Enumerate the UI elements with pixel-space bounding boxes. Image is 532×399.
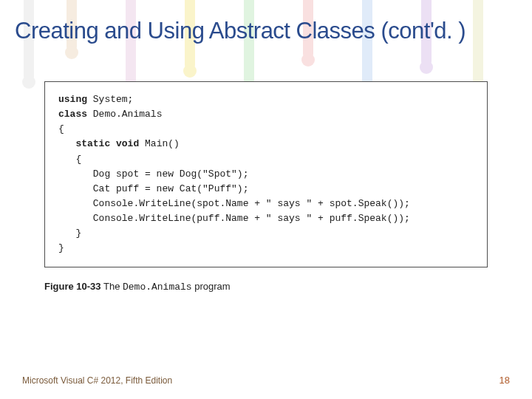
caption-program-name: Demo.Animals bbox=[123, 282, 192, 293]
code-text: { bbox=[58, 123, 64, 134]
keyword-static-void: static void bbox=[75, 138, 139, 149]
code-text: { bbox=[58, 154, 81, 165]
code-text: Console.WriteLine(puff.Name + " says " +… bbox=[58, 213, 410, 224]
code-text: Dog spot = new Dog("Spot"); bbox=[58, 168, 248, 180]
code-text: } bbox=[58, 242, 64, 253]
code-text: Cat puff = new Cat("Puff"); bbox=[58, 183, 248, 194]
keyword-using: using bbox=[58, 94, 87, 105]
code-text: System; bbox=[87, 94, 133, 105]
slide-content: using System; class Demo.Animals { stati… bbox=[0, 52, 532, 293]
caption-text-post: program bbox=[192, 281, 231, 292]
code-text: Console.WriteLine(spot.Name + " says " +… bbox=[58, 198, 410, 209]
caption-text-pre: The bbox=[103, 281, 123, 292]
footer-page-number: 18 bbox=[499, 375, 510, 386]
footer-book-title: Microsoft Visual C# 2012, Fifth Edition bbox=[22, 375, 172, 386]
figure-label: Figure 10-33 bbox=[44, 281, 101, 292]
code-listing: using System; class Demo.Animals { stati… bbox=[44, 81, 488, 267]
code-text: Demo.Animals bbox=[87, 109, 162, 120]
keyword-class: class bbox=[58, 109, 87, 120]
code-text: Main() bbox=[139, 138, 180, 149]
code-text: } bbox=[58, 228, 81, 239]
slide-title: Creating and Using Abstract Classes (con… bbox=[0, 0, 532, 52]
figure-caption: Figure 10-33 The Demo.Animals program bbox=[44, 281, 488, 293]
code-text bbox=[58, 138, 75, 149]
